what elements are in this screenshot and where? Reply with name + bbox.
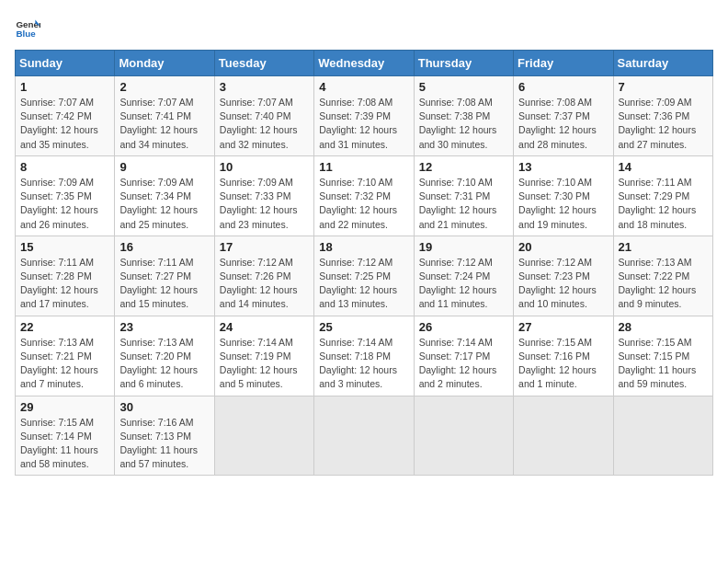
calendar-cell: 15Sunrise: 7:11 AMSunset: 7:28 PMDayligh…	[16, 236, 115, 316]
day-info: Sunrise: 7:08 AMSunset: 7:39 PMDaylight:…	[319, 96, 408, 152]
day-info: Sunrise: 7:11 AMSunset: 7:27 PMDaylight:…	[119, 256, 209, 312]
day-info: Sunrise: 7:15 AMSunset: 7:14 PMDaylight:…	[20, 416, 109, 472]
day-number: 1	[20, 80, 109, 94]
day-number: 19	[419, 240, 508, 254]
calendar-cell: 1Sunrise: 7:07 AMSunset: 7:42 PMDaylight…	[16, 76, 115, 156]
header-sunday: Sunday	[16, 51, 115, 76]
calendar-cell: 14Sunrise: 7:11 AMSunset: 7:29 PMDayligh…	[613, 155, 712, 236]
day-info: Sunrise: 7:14 AMSunset: 7:17 PMDaylight:…	[419, 336, 508, 392]
calendar-cell: 27Sunrise: 7:15 AMSunset: 7:16 PMDayligh…	[514, 316, 613, 396]
day-info: Sunrise: 7:08 AMSunset: 7:38 PMDaylight:…	[419, 96, 508, 152]
day-info: Sunrise: 7:08 AMSunset: 7:37 PMDaylight:…	[518, 96, 608, 152]
day-info: Sunrise: 7:12 AMSunset: 7:25 PMDaylight:…	[319, 256, 408, 312]
svg-text:Blue: Blue	[16, 29, 36, 39]
calendar-cell: 10Sunrise: 7:09 AMSunset: 7:33 PMDayligh…	[214, 155, 313, 236]
day-number: 29	[20, 400, 109, 414]
day-number: 3	[220, 80, 309, 94]
header-thursday: Thursday	[414, 51, 513, 76]
calendar-cell: 18Sunrise: 7:12 AMSunset: 7:25 PMDayligh…	[314, 236, 414, 316]
header-saturday: Saturday	[613, 51, 712, 76]
day-info: Sunrise: 7:11 AMSunset: 7:29 PMDaylight:…	[619, 176, 708, 232]
calendar-cell: 23Sunrise: 7:13 AMSunset: 7:20 PMDayligh…	[115, 316, 214, 396]
calendar-cell	[414, 396, 513, 476]
calendar-cell: 12Sunrise: 7:10 AMSunset: 7:31 PMDayligh…	[414, 155, 513, 236]
day-number: 9	[119, 160, 209, 174]
calendar-cell: 3Sunrise: 7:07 AMSunset: 7:40 PMDaylight…	[214, 76, 313, 156]
calendar-cell: 4Sunrise: 7:08 AMSunset: 7:39 PMDaylight…	[314, 76, 414, 156]
day-number: 14	[619, 160, 708, 174]
header-friday: Friday	[514, 51, 613, 76]
calendar-body: 1Sunrise: 7:07 AMSunset: 7:42 PMDaylight…	[16, 76, 713, 476]
calendar-cell: 20Sunrise: 7:12 AMSunset: 7:23 PMDayligh…	[514, 236, 613, 316]
day-info: Sunrise: 7:13 AMSunset: 7:21 PMDaylight:…	[20, 336, 109, 392]
day-number: 23	[119, 320, 209, 334]
calendar-week-1: 1Sunrise: 7:07 AMSunset: 7:42 PMDaylight…	[16, 76, 713, 156]
day-number: 18	[319, 240, 408, 254]
day-info: Sunrise: 7:15 AMSunset: 7:15 PMDaylight:…	[619, 336, 708, 392]
day-info: Sunrise: 7:13 AMSunset: 7:22 PMDaylight:…	[619, 256, 708, 312]
calendar-cell: 22Sunrise: 7:13 AMSunset: 7:21 PMDayligh…	[16, 316, 115, 396]
calendar-cell: 13Sunrise: 7:10 AMSunset: 7:30 PMDayligh…	[514, 155, 613, 236]
calendar-table: Sunday Monday Tuesday Wednesday Thursday…	[15, 50, 713, 476]
calendar-cell: 7Sunrise: 7:09 AMSunset: 7:36 PMDaylight…	[613, 76, 712, 156]
logo: General Blue	[15, 15, 44, 40]
day-number: 22	[20, 320, 109, 334]
calendar-week-4: 22Sunrise: 7:13 AMSunset: 7:21 PMDayligh…	[16, 316, 713, 396]
calendar-cell: 11Sunrise: 7:10 AMSunset: 7:32 PMDayligh…	[314, 155, 414, 236]
day-info: Sunrise: 7:09 AMSunset: 7:34 PMDaylight:…	[119, 176, 209, 232]
day-info: Sunrise: 7:10 AMSunset: 7:31 PMDaylight:…	[419, 176, 508, 232]
calendar-cell: 24Sunrise: 7:14 AMSunset: 7:19 PMDayligh…	[214, 316, 313, 396]
day-number: 27	[518, 320, 608, 334]
calendar-cell: 16Sunrise: 7:11 AMSunset: 7:27 PMDayligh…	[115, 236, 214, 316]
day-info: Sunrise: 7:10 AMSunset: 7:32 PMDaylight:…	[319, 176, 408, 232]
day-number: 30	[119, 400, 209, 414]
calendar-cell	[314, 396, 414, 476]
header-tuesday: Tuesday	[214, 51, 313, 76]
day-number: 11	[319, 160, 408, 174]
day-number: 24	[220, 320, 309, 334]
header-wednesday: Wednesday	[314, 51, 414, 76]
calendar-cell: 9Sunrise: 7:09 AMSunset: 7:34 PMDaylight…	[115, 155, 214, 236]
calendar-cell: 28Sunrise: 7:15 AMSunset: 7:15 PMDayligh…	[613, 316, 712, 396]
day-number: 10	[220, 160, 309, 174]
day-number: 7	[619, 80, 708, 94]
day-number: 28	[619, 320, 708, 334]
day-number: 6	[518, 80, 608, 94]
day-info: Sunrise: 7:10 AMSunset: 7:30 PMDaylight:…	[518, 176, 608, 232]
day-info: Sunrise: 7:07 AMSunset: 7:41 PMDaylight:…	[119, 96, 209, 152]
day-number: 15	[20, 240, 109, 254]
day-number: 17	[220, 240, 309, 254]
day-number: 20	[518, 240, 608, 254]
day-number: 25	[319, 320, 408, 334]
calendar-cell	[514, 396, 613, 476]
calendar-cell: 17Sunrise: 7:12 AMSunset: 7:26 PMDayligh…	[214, 236, 313, 316]
day-number: 8	[20, 160, 109, 174]
logo-icon: General Blue	[15, 15, 40, 40]
calendar-cell: 30Sunrise: 7:16 AMSunset: 7:13 PMDayligh…	[115, 396, 214, 476]
day-info: Sunrise: 7:07 AMSunset: 7:42 PMDaylight:…	[20, 96, 109, 152]
calendar-week-3: 15Sunrise: 7:11 AMSunset: 7:28 PMDayligh…	[16, 236, 713, 316]
calendar-week-2: 8Sunrise: 7:09 AMSunset: 7:35 PMDaylight…	[16, 155, 713, 236]
calendar-cell: 2Sunrise: 7:07 AMSunset: 7:41 PMDaylight…	[115, 76, 214, 156]
calendar-cell: 25Sunrise: 7:14 AMSunset: 7:18 PMDayligh…	[314, 316, 414, 396]
calendar-cell: 19Sunrise: 7:12 AMSunset: 7:24 PMDayligh…	[414, 236, 513, 316]
calendar-cell: 29Sunrise: 7:15 AMSunset: 7:14 PMDayligh…	[16, 396, 115, 476]
day-info: Sunrise: 7:07 AMSunset: 7:40 PMDaylight:…	[220, 96, 309, 152]
page-header: General Blue	[15, 15, 713, 40]
day-info: Sunrise: 7:09 AMSunset: 7:36 PMDaylight:…	[619, 96, 708, 152]
day-number: 12	[419, 160, 508, 174]
day-info: Sunrise: 7:09 AMSunset: 7:35 PMDaylight:…	[20, 176, 109, 232]
calendar-cell: 26Sunrise: 7:14 AMSunset: 7:17 PMDayligh…	[414, 316, 513, 396]
calendar-cell: 5Sunrise: 7:08 AMSunset: 7:38 PMDaylight…	[414, 76, 513, 156]
day-info: Sunrise: 7:12 AMSunset: 7:23 PMDaylight:…	[518, 256, 608, 312]
calendar-cell: 21Sunrise: 7:13 AMSunset: 7:22 PMDayligh…	[613, 236, 712, 316]
calendar-cell	[613, 396, 712, 476]
calendar-cell: 8Sunrise: 7:09 AMSunset: 7:35 PMDaylight…	[16, 155, 115, 236]
day-number: 5	[419, 80, 508, 94]
day-number: 13	[518, 160, 608, 174]
day-number: 2	[119, 80, 209, 94]
calendar-week-5: 29Sunrise: 7:15 AMSunset: 7:14 PMDayligh…	[16, 396, 713, 476]
calendar-cell	[214, 396, 313, 476]
day-info: Sunrise: 7:13 AMSunset: 7:20 PMDaylight:…	[119, 336, 209, 392]
day-info: Sunrise: 7:14 AMSunset: 7:18 PMDaylight:…	[319, 336, 408, 392]
